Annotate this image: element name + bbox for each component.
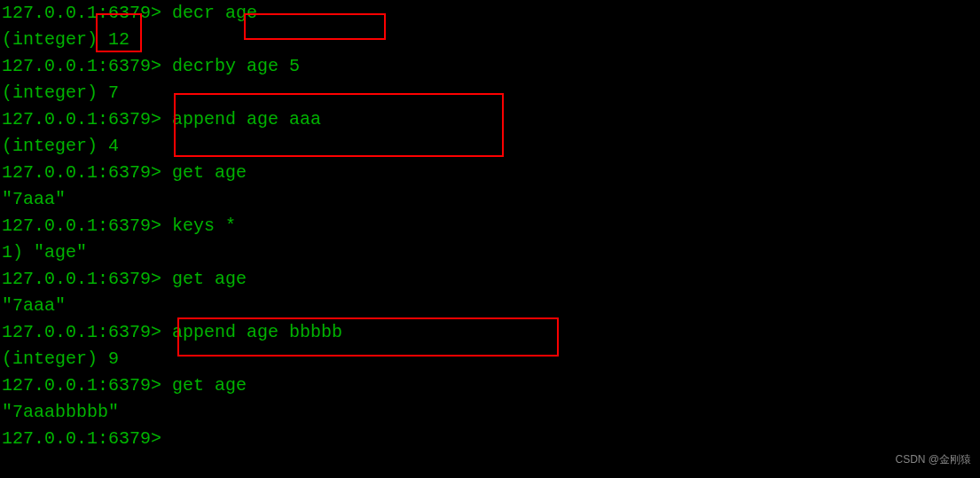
terminal-command-line: 127.0.0.1:6379> append age aaa [2,106,980,133]
terminal-command-line: 127.0.0.1:6379> get age [2,266,980,293]
terminal-output-line: 1) "age" [2,239,980,266]
terminal-output-line: "7aaa" [2,293,980,319]
terminal-command-line: 127.0.0.1:6379> decrby age 5 [2,53,980,80]
terminal-command-line: 127.0.0.1:6379> [2,426,980,452]
terminal-command-line: 127.0.0.1:6379> keys * [2,213,980,239]
terminal-command-line: 127.0.0.1:6379> get age [2,160,980,186]
terminal-output-line: (integer) 4 [2,133,980,160]
terminal-output-line: (integer) 7 [2,80,980,106]
terminal-output-line: (integer) 12 [2,27,980,53]
terminal-output-line: "7aaa" [2,186,980,213]
terminal-output-line: (integer) 9 [2,346,980,372]
terminal-output-line: "7aaabbbbb" [2,399,980,426]
terminal-command-line: 127.0.0.1:6379> get age [2,372,980,399]
terminal-output[interactable]: 127.0.0.1:6379> decr age(integer) 12127.… [2,0,980,452]
terminal-command-line: 127.0.0.1:6379> decr age [2,0,980,27]
terminal-command-line: 127.0.0.1:6379> append age bbbbb [2,319,980,346]
watermark-text: CSDN @金刚猿 [895,446,971,473]
